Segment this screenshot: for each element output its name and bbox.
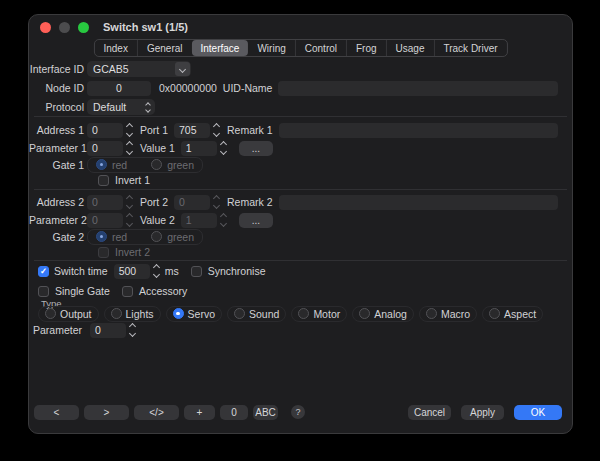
type-lights-label: Lights [126,308,154,320]
gate1-green-radio[interactable] [151,159,162,170]
help-button[interactable]: ? [291,405,305,419]
tab-frog[interactable]: Frog [346,40,386,56]
previous-button[interactable]: < [34,405,79,420]
tab-index[interactable]: Index [94,40,136,56]
footer-toolbar: < > </> + 0 ABC ? Cancel Apply OK [34,404,562,420]
chevron-down-icon [126,202,133,209]
tab-interface[interactable]: Interface [191,40,248,56]
port2-field[interactable]: 0 [174,195,210,210]
radio-aspect[interactable] [489,308,500,319]
parameter2-stepper[interactable] [127,214,132,226]
switch-dialog-window: Switch sw1 (1/5) Index General Interface… [28,14,573,434]
remark2-field[interactable] [279,195,558,210]
tab-usage[interactable]: Usage [386,40,434,56]
apply-button[interactable]: Apply [461,405,504,420]
radio-lights[interactable] [111,308,122,319]
value1-field[interactable]: 1 [181,141,217,156]
gate1-red-label: red [112,159,127,171]
radio-servo[interactable] [173,308,184,319]
type-option-sound[interactable]: Sound [227,306,286,322]
port2-label: Port 2 [140,196,168,208]
abc-button[interactable]: ABC [253,405,278,420]
parameter-field[interactable]: 0 [90,323,126,338]
close-window-button[interactable] [40,22,51,33]
gate2-red-radio[interactable] [96,231,107,242]
node-id-hex-label: 0x00000000 [159,82,217,94]
remark1-label: Remark 1 [227,124,273,136]
type-option-macro[interactable]: Macro [419,306,477,322]
zero-button[interactable]: 0 [220,405,248,420]
uid-name-field[interactable] [278,81,558,96]
single-gate-checkbox[interactable] [38,286,49,297]
value2-more-button[interactable]: ... [239,213,273,228]
add-button[interactable]: + [184,405,215,420]
gate1-red-radio[interactable] [96,159,107,170]
address2-stepper[interactable] [127,196,132,208]
value1-stepper[interactable] [221,142,226,154]
invert2-label: Invert 2 [115,246,150,258]
address2-field[interactable]: 0 [87,195,123,210]
tab-track-driver[interactable]: Track Driver [433,40,506,56]
type-option-motor[interactable]: Motor [291,306,347,322]
port2-stepper[interactable] [214,196,219,208]
type-option-output[interactable]: Output [38,306,99,322]
type-motor-label: Motor [313,308,340,320]
node-id-label: Node ID [29,82,84,94]
value2-field[interactable]: 1 [181,213,217,228]
gate1-radio-group: red green [87,157,203,173]
type-option-lights[interactable]: Lights [104,306,161,322]
port1-stepper[interactable] [214,124,219,136]
invert1-checkbox[interactable] [98,175,109,186]
switch-time-stepper[interactable] [154,265,159,277]
port1-field[interactable]: 705 [174,123,210,138]
next-button[interactable]: > [84,405,129,420]
parameter1-stepper[interactable] [127,142,132,154]
value2-stepper[interactable] [221,214,226,226]
radio-sound[interactable] [234,308,245,319]
ok-button[interactable]: OK [514,405,562,420]
radio-macro[interactable] [426,308,437,319]
node-id-field[interactable]: 0 [87,81,151,96]
tab-wiring[interactable]: Wiring [248,40,294,56]
chevron-up-icon [129,323,136,330]
tab-control[interactable]: Control [295,40,346,56]
zoom-window-button[interactable] [78,22,89,33]
value1-more-button[interactable]: ... [239,141,273,156]
type-option-analog[interactable]: Analog [352,306,414,322]
gate1-green-label: green [167,159,194,171]
check-icon: ✓ [40,267,47,276]
type-option-aspect[interactable]: Aspect [482,306,543,322]
remark2-label: Remark 2 [227,196,273,208]
minimize-window-button[interactable] [59,22,70,33]
chevron-down-icon [126,220,133,227]
synchronise-checkbox[interactable] [191,266,202,277]
switch-time-checkbox[interactable]: ✓ [38,266,49,277]
invert2-checkbox[interactable] [98,247,109,258]
protocol-popup[interactable]: Default [87,99,155,115]
gate2-label: Gate 2 [29,231,84,243]
type-servo-label: Servo [188,308,215,320]
cancel-button[interactable]: Cancel [408,405,451,420]
interface-id-label: Interface ID [29,63,84,75]
type-option-servo[interactable]: Servo [166,306,222,322]
parameter2-field[interactable]: 0 [87,213,123,228]
address1-stepper[interactable] [127,124,132,136]
type-analog-label: Analog [374,308,407,320]
gate2-green-radio[interactable] [151,231,162,242]
parameter-stepper[interactable] [130,324,135,336]
radio-motor[interactable] [298,308,309,319]
address1-field[interactable]: 0 [87,123,123,138]
accessory-checkbox[interactable] [122,286,133,297]
switch-time-field[interactable]: 500 [114,264,150,279]
separator [34,116,567,117]
interface-id-combobox[interactable]: GCAB5 [87,61,191,77]
tab-general[interactable]: General [137,40,192,56]
gate1-label: Gate 1 [29,159,84,171]
radio-analog[interactable] [359,308,370,319]
xml-button[interactable]: </> [134,405,179,420]
radio-output[interactable] [45,308,56,319]
parameter1-field[interactable]: 0 [87,141,123,156]
remark1-field[interactable] [279,123,558,138]
switch-time-label: Switch time [54,265,108,277]
address2-label: Address 2 [29,196,84,208]
